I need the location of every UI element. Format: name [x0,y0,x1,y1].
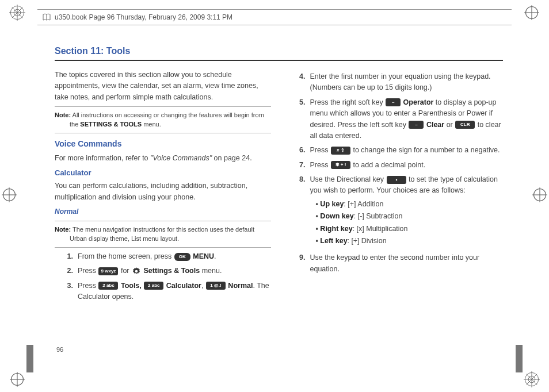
key-2-icon: 2 abc [144,282,163,290]
step-1: 1. From the home screen, press OK MENU. [60,251,271,262]
columns: The topics covered in this section allow… [55,68,503,306]
crop-bar-r [516,345,523,372]
bullet-down: Down key: [-] Subtraction [316,211,504,222]
step-8: 8. Use the Directional key to set the ty… [293,174,504,249]
section-rule [55,60,503,61]
step-2: 2. Press 9 wxyz for Settings & Tools men… [60,266,271,276]
pound-key-icon: # ⇧ [331,147,350,155]
page-content: Section 11: Tools The topics covered in … [55,46,503,358]
rule [55,221,271,221]
calculator-text: You can perform calculations, including … [55,180,271,203]
step-7: 7. Press ✱ + ! to add a decimal point. [293,160,504,171]
reg-mark-ml [1,187,17,203]
bullet-up: Up key: [+] Addition [316,199,504,210]
calculator-heading: Calculator [55,167,271,179]
reg-mark-mr [532,187,548,203]
crop-bar-l [26,345,33,372]
note-1: Note: All instructions on accessing or c… [55,110,271,129]
svg-point-27 [395,179,397,180]
note-text: All instructions on accessing or changin… [73,112,264,118]
reg-mark-tl [9,5,25,21]
key-1-icon: 1 @.! [206,282,226,290]
voice-commands-heading: Voice Commands [55,138,271,151]
reg-mark-br [524,371,540,387]
directional-key-icon [387,176,406,184]
step-9: 9. Use the keypad to enter the second nu… [293,252,504,275]
page-number: 96 [56,346,63,353]
note-label: Note: [55,226,71,233]
softkey-right-icon: – [386,98,401,106]
reg-mark-bl [9,371,25,387]
normal-heading: Normal [55,206,271,217]
clr-key-icon: CLR [455,121,475,129]
key-9-icon: 9 wxyz [98,267,118,275]
note-2: Note: The menu navigation instructions f… [55,225,271,244]
bullet-right: Right key: [x] Multiplication [316,224,504,235]
reg-mark-tr [524,5,540,21]
step-6: 6. Press # ⇧ to change the sign for a nu… [293,145,504,156]
rule [55,106,271,107]
ok-key-icon: OK [174,253,190,261]
star-key-icon: ✱ + ! [331,161,350,169]
header-bar: u350.book Page 96 Thursday, February 26,… [37,9,512,25]
note-text: The menu navigation instructions for thi… [73,226,254,233]
steps-left: 1. From the home screen, press OK MENU. … [60,251,271,303]
note-label: Note: [55,112,71,118]
steps-right: 4. Enter the first number in your equati… [293,71,504,275]
voice-commands-text: For more information, refer to "Voice Co… [55,153,271,164]
left-column: The topics covered in this section allow… [55,68,271,306]
step-5: 5. Press the right soft key – Operator t… [293,97,504,142]
rule [55,247,271,248]
intro-paragraph: The topics covered in this section allow… [55,70,271,103]
key-2-icon: 2 abc [98,282,118,290]
softkey-left-icon: – [409,121,424,129]
bullet-left: Left key: [÷] Division [316,236,504,247]
section-title: Section 11: Tools [55,46,503,56]
book-icon [42,13,51,22]
svg-point-25 [135,270,138,273]
rule [55,133,271,133]
header-text: u350.book Page 96 Thursday, February 26,… [55,13,232,21]
right-column: 4. Enter the first number in your equati… [287,68,504,306]
step-4: 4. Enter the first number in your equati… [293,71,504,94]
gear-icon [132,267,141,276]
step-3: 3. Press 2 abc Tools, 2 abc Calculator, … [60,280,271,303]
direction-bullets: Up key: [+] Addition Down key: [-] Subtr… [316,199,504,247]
